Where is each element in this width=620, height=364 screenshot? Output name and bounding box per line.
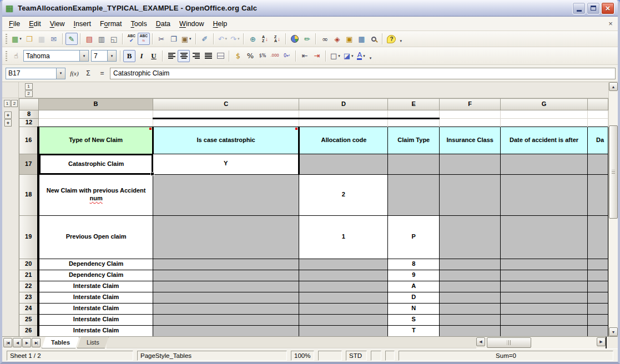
- undo-button[interactable]: ↶▾: [216, 33, 229, 45]
- cell-H23[interactable]: [587, 292, 608, 303]
- chevron-down-icon[interactable]: ▾: [238, 37, 240, 41]
- cell-F16[interactable]: Insurance Class: [440, 127, 501, 154]
- column-header-B[interactable]: B: [38, 99, 153, 110]
- expand-group-button[interactable]: +: [4, 119, 12, 127]
- cell-F19[interactable]: [440, 215, 501, 259]
- cell-F24[interactable]: [440, 303, 501, 314]
- cell-E24[interactable]: N: [388, 303, 440, 314]
- insert-chart-button[interactable]: [289, 33, 301, 45]
- row-header-17[interactable]: 17: [19, 154, 39, 174]
- save-button[interactable]: ▦: [36, 33, 48, 45]
- standard-format-button[interactable]: $%: [256, 50, 269, 62]
- cell-H19[interactable]: [587, 215, 608, 259]
- cell-G18[interactable]: [501, 174, 588, 215]
- cell-D20[interactable]: [299, 259, 388, 270]
- chevron-down-icon[interactable]: ▾: [363, 54, 365, 58]
- percent-button[interactable]: %: [244, 50, 256, 62]
- row-header-24[interactable]: 24: [19, 303, 39, 314]
- cell-B16[interactable]: Type of New Claim: [38, 127, 153, 154]
- cell-C23[interactable]: [153, 292, 299, 303]
- navigator-button[interactable]: ◈: [331, 33, 343, 45]
- cell-C24[interactable]: [153, 303, 299, 314]
- cell-H20[interactable]: [587, 259, 608, 270]
- cell-G17[interactable]: [501, 154, 588, 174]
- cell-E25[interactable]: S: [388, 314, 440, 325]
- cell-G21[interactable]: [501, 270, 588, 281]
- cell-G8[interactable]: [501, 110, 588, 119]
- vertical-scroll-track[interactable]: [609, 91, 618, 327]
- horizontal-scroll-thumb[interactable]: [487, 337, 531, 348]
- cell-F26[interactable]: [440, 325, 501, 336]
- column-outline-level-1[interactable]: 1: [25, 83, 33, 90]
- cell-F12[interactable]: [440, 118, 501, 127]
- cell-E21[interactable]: 9: [388, 270, 440, 281]
- cell-G23[interactable]: [501, 292, 588, 303]
- borders-button[interactable]: □▾: [329, 50, 342, 62]
- cell-C16[interactable]: Is case catastrophic: [153, 127, 299, 154]
- cell-C18[interactable]: [153, 174, 299, 215]
- menu-item-data[interactable]: Data: [152, 18, 175, 30]
- previous-sheet-button[interactable]: ◀: [13, 338, 22, 347]
- row-header-18[interactable]: 18: [19, 174, 39, 215]
- cell-D22[interactable]: [299, 281, 388, 292]
- font-size-combo[interactable]: 7▾: [91, 50, 117, 62]
- close-document-button[interactable]: ×: [606, 19, 616, 29]
- cell-H17[interactable]: [587, 154, 608, 174]
- close-button[interactable]: ×: [601, 2, 614, 14]
- menu-item-edit[interactable]: Edit: [24, 18, 46, 30]
- cell-H21[interactable]: [587, 270, 608, 281]
- cell-B18[interactable]: New Claim with previous Accidentnum: [38, 174, 153, 215]
- cell-H24[interactable]: [587, 303, 608, 314]
- expand-group-button[interactable]: +: [4, 112, 12, 119]
- sort-descending-button[interactable]: ZA↓: [271, 33, 283, 45]
- menu-item-format[interactable]: Format: [95, 18, 127, 30]
- find-replace-button[interactable]: ∞: [319, 33, 331, 45]
- cell-E17[interactable]: [388, 154, 440, 174]
- column-header-D[interactable]: D: [299, 99, 388, 110]
- spellcheck-button[interactable]: ABC✔: [125, 33, 138, 45]
- cell-E23[interactable]: D: [388, 292, 440, 303]
- redo-button[interactable]: ↷▾: [229, 33, 241, 45]
- cell-E19[interactable]: P: [388, 215, 440, 259]
- column-header-H[interactable]: [587, 99, 608, 110]
- help-button[interactable]: ?: [385, 33, 397, 45]
- row-header-20[interactable]: 20: [19, 259, 39, 270]
- cell-F25[interactable]: [440, 314, 501, 325]
- row-header-21[interactable]: 21: [19, 270, 39, 281]
- cell-D21[interactable]: [299, 270, 388, 281]
- page-preview-button[interactable]: ◱: [108, 33, 120, 45]
- sheet-tab-tables[interactable]: Tables: [42, 337, 79, 348]
- menu-item-insert[interactable]: Insert: [69, 18, 95, 30]
- sum-button[interactable]: Σ: [82, 68, 94, 79]
- maximize-button[interactable]: [587, 2, 600, 14]
- cell-D23[interactable]: [299, 292, 388, 303]
- column-outline-level-2[interactable]: 2: [25, 90, 33, 97]
- align-center-button[interactable]: [178, 50, 190, 62]
- formula-input[interactable]: [110, 68, 616, 79]
- equals-button[interactable]: =: [96, 68, 108, 79]
- cell-B26[interactable]: Interstate Claim: [38, 325, 153, 336]
- print-button[interactable]: ▥: [95, 33, 108, 45]
- cell-G20[interactable]: [501, 259, 588, 270]
- cell-E12[interactable]: [388, 118, 440, 127]
- cell-H8[interactable]: [587, 110, 608, 119]
- email-button[interactable]: ✉: [48, 33, 60, 45]
- standard-toolbar-options-button[interactable]: ▾: [400, 39, 402, 45]
- cell-G25[interactable]: [501, 314, 588, 325]
- cell-H18[interactable]: [587, 174, 608, 215]
- align-right-button[interactable]: [190, 50, 202, 62]
- cell-D8[interactable]: [299, 110, 388, 119]
- cell-C20[interactable]: [153, 259, 299, 270]
- sheet-tab-lists[interactable]: Lists: [77, 337, 109, 348]
- cell-D26[interactable]: [299, 325, 388, 336]
- styles-button[interactable]: ☝: [10, 50, 22, 62]
- minimize-button[interactable]: [572, 2, 586, 14]
- edit-file-button[interactable]: ✎: [65, 33, 78, 45]
- chevron-down-icon[interactable]: ▾: [338, 54, 340, 58]
- cell-D19[interactable]: 1: [299, 215, 388, 259]
- cell-E18[interactable]: [388, 174, 440, 215]
- cell-F21[interactable]: [440, 270, 501, 281]
- cell-G12[interactable]: [501, 118, 588, 127]
- grid-corner[interactable]: [19, 99, 39, 110]
- font-name-combo[interactable]: Tahoma▾: [23, 50, 89, 62]
